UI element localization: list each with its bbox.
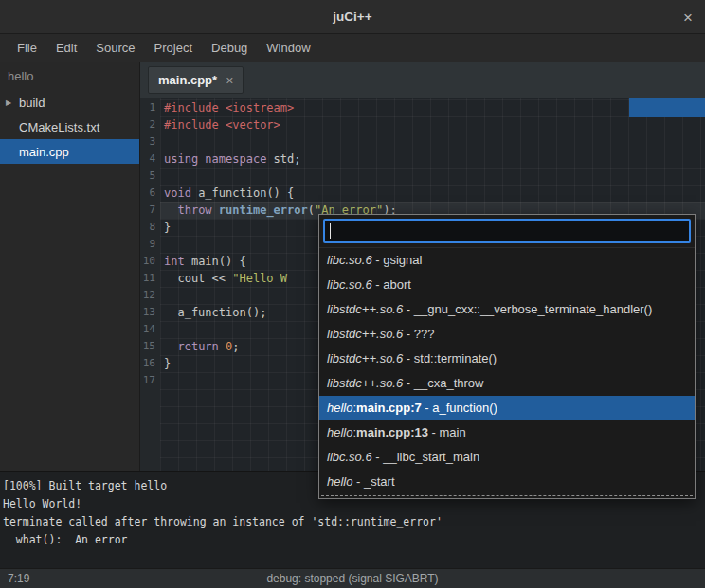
line-number: 2 xyxy=(140,116,160,134)
line-number: 11 xyxy=(140,270,160,287)
menu-item-debug[interactable]: Debug xyxy=(202,34,257,62)
popup-item[interactable]: libc.so.6 - abort xyxy=(319,273,695,297)
popup-list: libc.so.6 - gsignallibc.so.6 - abortlibs… xyxy=(319,247,695,494)
tree-item-label: CMakeLists.txt xyxy=(19,120,99,134)
code-token xyxy=(212,204,219,217)
line-number: 10 xyxy=(140,253,160,270)
frame-label-segment: - __cxa_throw xyxy=(403,376,483,390)
code-token: void xyxy=(164,187,191,200)
code-token: #include <iostream> xyxy=(164,101,294,115)
menu-item-source[interactable]: Source xyxy=(86,34,144,62)
tree-item-label: build xyxy=(19,96,45,110)
code-token: main() { xyxy=(185,255,246,268)
frame-label-segment: libc.so.6 xyxy=(327,450,372,464)
code-line: using namespace std; xyxy=(160,151,705,168)
close-button[interactable]: × xyxy=(683,9,693,25)
menu-item-project[interactable]: Project xyxy=(145,34,202,62)
code-token xyxy=(219,340,226,353)
frame-label-segment: main.cpp:7 xyxy=(356,401,422,415)
tab-close-icon[interactable]: × xyxy=(226,74,233,87)
code-token: ; xyxy=(232,340,239,353)
popup-item[interactable]: hello - _start xyxy=(319,470,695,494)
frame-label-segment: libstdc++.so.6 xyxy=(327,327,403,341)
code-token: a_function(); xyxy=(164,306,266,319)
code-token: using namespace xyxy=(164,152,266,166)
frame-search-input[interactable] xyxy=(323,219,691,243)
editor-line: 1#include <iostream> xyxy=(140,99,705,116)
debug-status: debug: stopped (signal SIGABRT) xyxy=(0,569,705,588)
code-line xyxy=(160,168,705,185)
popup-item[interactable]: libstdc++.so.6 - ??? xyxy=(319,322,695,347)
line-number: 15 xyxy=(140,338,160,355)
cursor-position: 7:19 xyxy=(8,569,29,588)
popup-item[interactable]: libstdc++.so.6 - __cxa_throw xyxy=(319,371,695,396)
code-token: "Hello W xyxy=(232,272,287,285)
code-token xyxy=(164,204,177,217)
menu-item-file[interactable]: File xyxy=(8,34,46,62)
frame-label-segment: libstdc++.so.6 xyxy=(327,302,403,316)
line-number: 13 xyxy=(140,304,160,321)
frame-label-segment: - a_function() xyxy=(422,401,497,415)
code-line: void a_function() { xyxy=(160,185,705,202)
code-token: } xyxy=(164,221,171,234)
frame-label-segment: libstdc++.so.6 xyxy=(327,351,403,365)
popup-item[interactable]: libstdc++.so.6 - __gnu_cxx::__verbose_te… xyxy=(319,297,695,322)
expander-arrow-icon[interactable]: ▶ xyxy=(6,98,19,107)
tab-main-cpp[interactable]: main.cpp*× xyxy=(148,66,244,94)
frame-label-segment: hello xyxy=(327,425,352,439)
tree-item-label: main.cpp xyxy=(19,145,69,159)
titlebar: juCi++ × xyxy=(0,0,705,34)
popup-item[interactable]: libstdc++.so.6 - std::terminate() xyxy=(319,347,695,371)
frame-label-segment: hello xyxy=(327,401,352,415)
menu-item-edit[interactable]: Edit xyxy=(46,34,86,62)
code-line: #include <vector> xyxy=(160,116,705,134)
editor-line: 4using namespace std; xyxy=(140,151,705,168)
line-number: 17 xyxy=(140,372,160,389)
console-line: what(): An error xyxy=(3,531,702,549)
code-line xyxy=(160,134,705,151)
scrollbar-indicator[interactable] xyxy=(629,98,705,117)
menubar: FileEditSourceProjectDebugWindow xyxy=(0,34,705,62)
popup-item[interactable]: hello:main.cpp:13 - main xyxy=(319,420,695,445)
sidebar-item-cmakelists-txt[interactable]: CMakeLists.txt xyxy=(0,115,139,139)
file-tree: ▶buildCMakeLists.txtmain.cpp xyxy=(0,90,139,164)
line-number: 1 xyxy=(140,99,160,116)
editor-line: 6void a_function() { xyxy=(140,185,705,202)
code-token: ( xyxy=(308,204,315,217)
popup-item[interactable]: libc.so.6 - __libc_start_main xyxy=(319,445,695,470)
line-number: 14 xyxy=(140,321,160,338)
code-token: a_function() { xyxy=(191,187,294,200)
code-token: std; xyxy=(266,152,300,166)
sidebar-item-main-cpp[interactable]: main.cpp xyxy=(0,139,139,164)
tab-label: main.cpp* xyxy=(158,73,217,87)
code-token: #include <vector> xyxy=(164,118,280,132)
code-token xyxy=(164,340,177,353)
window-title: juCi++ xyxy=(333,9,371,24)
frame-label-segment: - gsignal xyxy=(372,253,423,267)
frame-label-segment: - std::terminate() xyxy=(403,351,497,365)
statusbar: 7:19 debug: stopped (signal SIGABRT) xyxy=(0,568,705,588)
editor-line: 5 xyxy=(140,168,705,185)
line-number: 8 xyxy=(140,219,160,236)
line-number: 9 xyxy=(140,236,160,253)
line-number: 6 xyxy=(140,185,160,202)
frame-label-segment: - __gnu_cxx::__verbose_terminate_handler… xyxy=(403,302,652,316)
menu-item-window[interactable]: Window xyxy=(257,34,319,62)
code-line: #include <iostream> xyxy=(160,99,705,116)
frame-label-segment: libc.so.6 xyxy=(327,277,372,292)
line-number: 5 xyxy=(140,168,160,185)
frame-label-segment: - __libc_start_main xyxy=(372,450,479,464)
line-number: 7 xyxy=(140,202,160,219)
line-number: 12 xyxy=(140,287,160,304)
project-name[interactable]: hello xyxy=(0,62,139,90)
popup-item[interactable]: libc.so.6 - gsignal xyxy=(319,248,695,273)
stack-frame-popup: libc.so.6 - gsignallibc.so.6 - abortlibs… xyxy=(318,214,696,499)
editor-line: 3 xyxy=(140,134,705,151)
sidebar-item-build[interactable]: ▶build xyxy=(0,90,139,115)
popup-entry-area xyxy=(319,215,695,247)
popup-item[interactable]: hello:main.cpp:7 - a_function() xyxy=(319,396,695,420)
code-token: throw xyxy=(177,204,211,217)
frame-label-segment: libc.so.6 xyxy=(327,253,372,267)
frame-label-segment: main.cpp:13 xyxy=(356,425,428,439)
code-token: runtime_error xyxy=(219,204,308,217)
